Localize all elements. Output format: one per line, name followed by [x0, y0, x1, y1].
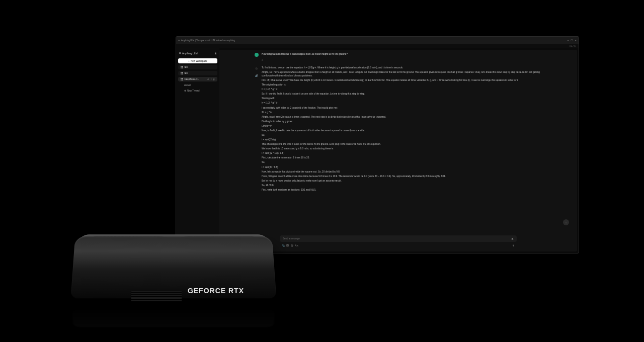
user-avatar	[255, 53, 259, 57]
scroll-down-button[interactable]: ↓	[563, 219, 569, 225]
bot-message-line: 2h = g * t²	[262, 111, 547, 115]
attach-icon[interactable]: 📎	[282, 244, 284, 246]
close-icon[interactable]: ×	[575, 39, 577, 42]
bot-avatar: ⧉	[255, 66, 259, 70]
gpu-body	[70, 236, 276, 299]
workspace-item[interactable]: test	[178, 71, 217, 75]
bot-message-line: I can multiply both sides by 2 to get ri…	[262, 107, 547, 110]
message-input-box[interactable]: ➤	[280, 235, 517, 242]
workspace-label: test	[185, 66, 188, 68]
minimize-icon[interactable]: –	[568, 39, 569, 42]
workspace-icon	[181, 78, 183, 80]
bot-message-line: (2h)/g = t²	[262, 125, 547, 128]
bot-message-line: t = sqrt((2h)/g)	[262, 138, 547, 142]
plus-circle-icon: ⊕	[184, 90, 186, 92]
bot-message-line: So, 20 / 9.8:	[262, 184, 547, 188]
chat-area: How long would it take for a ball droppe…	[219, 50, 577, 251]
bot-message-line: Hmm, 9.8 goes into 20 a little more than…	[262, 175, 547, 179]
bot-message-line: To find this out, we can use the equatio…	[262, 66, 547, 70]
regenerate-icon[interactable]: ⟳	[262, 59, 547, 61]
bot-message-line: First, calculate the numerator: 2 times …	[262, 156, 547, 160]
bot-message-line: Now, let's compute that division inside …	[262, 170, 547, 174]
bot-message-line: But let me do a more precise calculation…	[262, 180, 547, 183]
bot-message-line: So,	[262, 134, 547, 137]
thread-label: default	[184, 84, 191, 87]
gpu-label: GEFORCE RTX	[188, 287, 244, 295]
app-window: ⧉ AnythingLLM | Your personal LLM traine…	[176, 36, 579, 253]
bot-message-line: Alright, now I have 2h equals g times t …	[262, 116, 547, 119]
new-thread-label: New Thread	[187, 90, 199, 92]
bot-message-line: Dividing both sides by g gives:	[262, 120, 547, 124]
app-icon: ⧉	[178, 39, 180, 42]
speaker-icon[interactable]: 🔊	[255, 73, 259, 77]
plus-icon: +	[188, 60, 190, 62]
bot-message-line: So, if I want to find t, I should isolat…	[262, 93, 547, 96]
gpu-vent	[131, 291, 182, 302]
bot-message-line: First, write both numbers as fractions: …	[262, 189, 547, 192]
gpu-reflection	[72, 309, 275, 327]
workspace-item-active[interactable]: DeepSeek-R1 ⚙ ⇪ 🗑	[178, 77, 217, 81]
new-thread-item[interactable]: ⊕ New Thread	[178, 89, 217, 93]
version-label: v1.7.5	[176, 44, 579, 48]
bot-message-line: Alright, so I have a problem where a bal…	[262, 71, 547, 78]
user-message: How long would it take for a ball droppe…	[262, 53, 348, 56]
bot-message-line: t = sqrt( (2 * 10) / 9.8 )	[262, 152, 547, 155]
workspace-label: test	[185, 72, 188, 74]
trash-icon[interactable]: 🗑	[213, 78, 215, 80]
workspace-label: DeepSeek-R1	[185, 78, 199, 80]
bot-message-line: h = (1/2) * g * t²	[262, 88, 547, 92]
brand-label: Anything LLM	[182, 52, 198, 55]
maximize-icon[interactable]: □	[571, 39, 573, 42]
sidebar: ⧉ Anything LLM ⎘ + New Workspace test te…	[176, 48, 219, 253]
titlebar[interactable]: ⧉ AnythingLLM | Your personal LLM traine…	[176, 37, 579, 44]
bot-message-line: t = sqrt(20 / 9.8)	[262, 166, 547, 169]
text-size-icon[interactable]: Aᴀ	[295, 244, 298, 246]
mic-icon[interactable]: 🎙	[512, 244, 515, 246]
title-text: AnythingLLM | Your personal LLM trained …	[181, 39, 235, 42]
bot-message: To find this out, we can use the equatio…	[262, 66, 547, 193]
bot-message-line: We know that h is 10 meters and g is 9.8…	[262, 147, 547, 151]
at-icon[interactable]: @	[291, 244, 293, 246]
messages: How long would it take for a ball droppe…	[219, 50, 577, 232]
workspace-icon	[181, 66, 183, 68]
image-icon[interactable]: 🖼	[286, 244, 289, 246]
bot-message-line: So,	[262, 161, 547, 164]
bot-message-line: Starting with:	[262, 97, 547, 101]
bot-message-line: That should give me the time it takes fo…	[262, 143, 547, 146]
gpu-hero: GEFORCE RTX	[68, 229, 279, 307]
gear-icon[interactable]: ⚙	[207, 78, 209, 80]
bot-message-line: h = (1/2) * g * t²	[262, 102, 547, 105]
new-workspace-button[interactable]: + New Workspace	[178, 58, 217, 63]
new-workspace-label: New Workspace	[191, 60, 207, 62]
thread-item[interactable]: default	[178, 83, 217, 87]
upload-icon[interactable]: ⇪	[210, 78, 212, 80]
workspace-item[interactable]: test	[178, 65, 217, 69]
send-button[interactable]: ➤	[511, 237, 514, 240]
bot-message-line: The original equation is:	[262, 83, 547, 87]
collapse-icon[interactable]: ⎘	[215, 52, 216, 55]
workspace-icon	[181, 72, 183, 74]
bot-message-line: First off, what do we know? We have the …	[262, 79, 547, 82]
bot-message-line: Now, to find t, I need to take the squar…	[262, 129, 547, 133]
brand-icon: ⧉	[179, 51, 181, 55]
message-input[interactable]	[283, 237, 509, 240]
